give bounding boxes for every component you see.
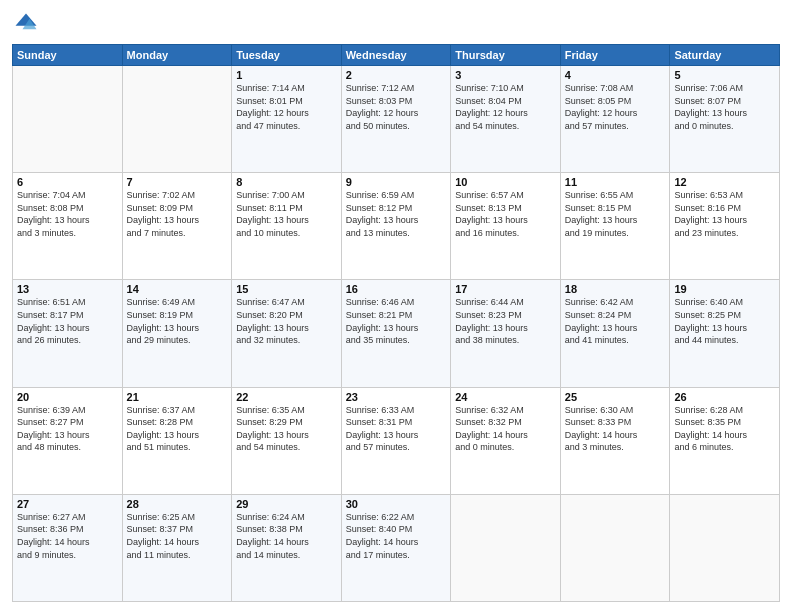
day-detail: Sunrise: 6:28 AM Sunset: 8:35 PM Dayligh… xyxy=(674,404,775,454)
calendar-cell: 2Sunrise: 7:12 AM Sunset: 8:03 PM Daylig… xyxy=(341,66,451,173)
day-number: 19 xyxy=(674,283,775,295)
day-number: 29 xyxy=(236,498,337,510)
page: SundayMondayTuesdayWednesdayThursdayFrid… xyxy=(0,0,792,612)
day-number: 3 xyxy=(455,69,556,81)
day-detail: Sunrise: 6:46 AM Sunset: 8:21 PM Dayligh… xyxy=(346,296,447,346)
day-detail: Sunrise: 6:55 AM Sunset: 8:15 PM Dayligh… xyxy=(565,189,666,239)
calendar-cell: 13Sunrise: 6:51 AM Sunset: 8:17 PM Dayli… xyxy=(13,280,123,387)
day-number: 11 xyxy=(565,176,666,188)
day-detail: Sunrise: 6:25 AM Sunset: 8:37 PM Dayligh… xyxy=(127,511,228,561)
day-detail: Sunrise: 7:10 AM Sunset: 8:04 PM Dayligh… xyxy=(455,82,556,132)
day-detail: Sunrise: 6:22 AM Sunset: 8:40 PM Dayligh… xyxy=(346,511,447,561)
calendar-cell xyxy=(560,494,670,601)
day-detail: Sunrise: 6:24 AM Sunset: 8:38 PM Dayligh… xyxy=(236,511,337,561)
day-detail: Sunrise: 6:39 AM Sunset: 8:27 PM Dayligh… xyxy=(17,404,118,454)
day-detail: Sunrise: 7:12 AM Sunset: 8:03 PM Dayligh… xyxy=(346,82,447,132)
day-detail: Sunrise: 6:42 AM Sunset: 8:24 PM Dayligh… xyxy=(565,296,666,346)
calendar-cell: 20Sunrise: 6:39 AM Sunset: 8:27 PM Dayli… xyxy=(13,387,123,494)
calendar-cell: 23Sunrise: 6:33 AM Sunset: 8:31 PM Dayli… xyxy=(341,387,451,494)
calendar-header-row: SundayMondayTuesdayWednesdayThursdayFrid… xyxy=(13,45,780,66)
day-number: 20 xyxy=(17,391,118,403)
day-detail: Sunrise: 7:04 AM Sunset: 8:08 PM Dayligh… xyxy=(17,189,118,239)
day-number: 27 xyxy=(17,498,118,510)
week-row-0: 1Sunrise: 7:14 AM Sunset: 8:01 PM Daylig… xyxy=(13,66,780,173)
day-number: 28 xyxy=(127,498,228,510)
calendar-cell: 8Sunrise: 7:00 AM Sunset: 8:11 PM Daylig… xyxy=(232,173,342,280)
header-day-monday: Monday xyxy=(122,45,232,66)
day-number: 16 xyxy=(346,283,447,295)
day-detail: Sunrise: 6:27 AM Sunset: 8:36 PM Dayligh… xyxy=(17,511,118,561)
calendar-cell: 16Sunrise: 6:46 AM Sunset: 8:21 PM Dayli… xyxy=(341,280,451,387)
week-row-4: 27Sunrise: 6:27 AM Sunset: 8:36 PM Dayli… xyxy=(13,494,780,601)
header xyxy=(12,10,780,38)
day-number: 7 xyxy=(127,176,228,188)
calendar-cell: 6Sunrise: 7:04 AM Sunset: 8:08 PM Daylig… xyxy=(13,173,123,280)
day-detail: Sunrise: 7:02 AM Sunset: 8:09 PM Dayligh… xyxy=(127,189,228,239)
calendar-cell: 10Sunrise: 6:57 AM Sunset: 8:13 PM Dayli… xyxy=(451,173,561,280)
day-number: 10 xyxy=(455,176,556,188)
day-detail: Sunrise: 6:35 AM Sunset: 8:29 PM Dayligh… xyxy=(236,404,337,454)
day-detail: Sunrise: 6:30 AM Sunset: 8:33 PM Dayligh… xyxy=(565,404,666,454)
calendar-cell xyxy=(13,66,123,173)
calendar-cell: 4Sunrise: 7:08 AM Sunset: 8:05 PM Daylig… xyxy=(560,66,670,173)
day-detail: Sunrise: 7:06 AM Sunset: 8:07 PM Dayligh… xyxy=(674,82,775,132)
day-number: 8 xyxy=(236,176,337,188)
day-detail: Sunrise: 6:57 AM Sunset: 8:13 PM Dayligh… xyxy=(455,189,556,239)
day-detail: Sunrise: 6:51 AM Sunset: 8:17 PM Dayligh… xyxy=(17,296,118,346)
day-number: 17 xyxy=(455,283,556,295)
day-number: 4 xyxy=(565,69,666,81)
calendar-cell: 11Sunrise: 6:55 AM Sunset: 8:15 PM Dayli… xyxy=(560,173,670,280)
calendar-cell: 29Sunrise: 6:24 AM Sunset: 8:38 PM Dayli… xyxy=(232,494,342,601)
day-number: 2 xyxy=(346,69,447,81)
day-detail: Sunrise: 7:14 AM Sunset: 8:01 PM Dayligh… xyxy=(236,82,337,132)
day-detail: Sunrise: 6:44 AM Sunset: 8:23 PM Dayligh… xyxy=(455,296,556,346)
day-detail: Sunrise: 7:00 AM Sunset: 8:11 PM Dayligh… xyxy=(236,189,337,239)
calendar-cell: 17Sunrise: 6:44 AM Sunset: 8:23 PM Dayli… xyxy=(451,280,561,387)
calendar-cell: 21Sunrise: 6:37 AM Sunset: 8:28 PM Dayli… xyxy=(122,387,232,494)
week-row-1: 6Sunrise: 7:04 AM Sunset: 8:08 PM Daylig… xyxy=(13,173,780,280)
day-number: 1 xyxy=(236,69,337,81)
calendar-cell: 30Sunrise: 6:22 AM Sunset: 8:40 PM Dayli… xyxy=(341,494,451,601)
calendar-cell: 28Sunrise: 6:25 AM Sunset: 8:37 PM Dayli… xyxy=(122,494,232,601)
day-detail: Sunrise: 6:49 AM Sunset: 8:19 PM Dayligh… xyxy=(127,296,228,346)
day-number: 24 xyxy=(455,391,556,403)
calendar-cell: 19Sunrise: 6:40 AM Sunset: 8:25 PM Dayli… xyxy=(670,280,780,387)
day-number: 26 xyxy=(674,391,775,403)
calendar-table: SundayMondayTuesdayWednesdayThursdayFrid… xyxy=(12,44,780,602)
day-number: 9 xyxy=(346,176,447,188)
header-day-friday: Friday xyxy=(560,45,670,66)
calendar-cell: 22Sunrise: 6:35 AM Sunset: 8:29 PM Dayli… xyxy=(232,387,342,494)
header-day-tuesday: Tuesday xyxy=(232,45,342,66)
calendar-cell: 7Sunrise: 7:02 AM Sunset: 8:09 PM Daylig… xyxy=(122,173,232,280)
week-row-2: 13Sunrise: 6:51 AM Sunset: 8:17 PM Dayli… xyxy=(13,280,780,387)
calendar-cell: 18Sunrise: 6:42 AM Sunset: 8:24 PM Dayli… xyxy=(560,280,670,387)
calendar-cell: 1Sunrise: 7:14 AM Sunset: 8:01 PM Daylig… xyxy=(232,66,342,173)
calendar-cell: 3Sunrise: 7:10 AM Sunset: 8:04 PM Daylig… xyxy=(451,66,561,173)
day-number: 13 xyxy=(17,283,118,295)
calendar-cell: 25Sunrise: 6:30 AM Sunset: 8:33 PM Dayli… xyxy=(560,387,670,494)
calendar-cell: 26Sunrise: 6:28 AM Sunset: 8:35 PM Dayli… xyxy=(670,387,780,494)
day-number: 23 xyxy=(346,391,447,403)
svg-marker-0 xyxy=(16,14,37,26)
header-day-thursday: Thursday xyxy=(451,45,561,66)
day-detail: Sunrise: 6:47 AM Sunset: 8:20 PM Dayligh… xyxy=(236,296,337,346)
calendar-cell xyxy=(122,66,232,173)
day-number: 21 xyxy=(127,391,228,403)
day-number: 14 xyxy=(127,283,228,295)
day-detail: Sunrise: 6:33 AM Sunset: 8:31 PM Dayligh… xyxy=(346,404,447,454)
logo xyxy=(12,10,44,38)
day-number: 12 xyxy=(674,176,775,188)
header-day-saturday: Saturday xyxy=(670,45,780,66)
day-number: 15 xyxy=(236,283,337,295)
calendar-cell xyxy=(670,494,780,601)
week-row-3: 20Sunrise: 6:39 AM Sunset: 8:27 PM Dayli… xyxy=(13,387,780,494)
day-detail: Sunrise: 6:37 AM Sunset: 8:28 PM Dayligh… xyxy=(127,404,228,454)
calendar-cell: 9Sunrise: 6:59 AM Sunset: 8:12 PM Daylig… xyxy=(341,173,451,280)
day-number: 6 xyxy=(17,176,118,188)
day-number: 22 xyxy=(236,391,337,403)
header-day-sunday: Sunday xyxy=(13,45,123,66)
day-number: 30 xyxy=(346,498,447,510)
day-number: 25 xyxy=(565,391,666,403)
day-number: 5 xyxy=(674,69,775,81)
calendar-cell: 27Sunrise: 6:27 AM Sunset: 8:36 PM Dayli… xyxy=(13,494,123,601)
